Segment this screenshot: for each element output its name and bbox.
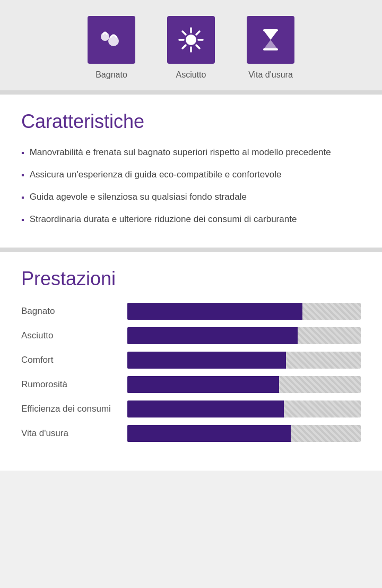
bar-label-1: Asciutto [21,330,127,341]
bar-track-1 [127,327,361,344]
bar-label-4: Efficienza dei consumi [21,404,127,414]
svg-line-10 [183,45,186,48]
bar-fill-2 [127,352,286,369]
icon-item-vita-usura: Vita d'usura [247,16,294,80]
feature-item-2: Guida agevole e silenziosa su qualsiasi … [21,190,361,204]
prestazioni-title: Prestazioni [21,268,361,290]
bar-row-5: Vita d'usura [21,425,361,442]
caratteristiche-title: Caratteristiche [21,110,361,133]
bar-track-3 [127,376,361,393]
icon-item-bagnato: Bagnato [88,16,135,80]
caratteristiche-section: Caratteristiche Manovrabilità e frenata … [0,95,382,248]
svg-rect-12 [263,48,278,50]
icon-item-asciutto: Asciutto [167,16,215,80]
svg-rect-11 [263,29,278,31]
svg-line-8 [196,45,199,48]
bar-track-2 [127,352,361,369]
bar-fill-0 [127,303,302,320]
bar-row-1: Asciutto [21,327,361,344]
icon-box-bagnato [88,16,135,64]
bar-chart: BagnatoAsciuttoComfortRumorositàEfficien… [21,303,361,442]
svg-point-2 [186,35,196,45]
icon-box-vita-usura [247,16,294,64]
icon-label-vita-usura: Vita d'usura [248,70,293,80]
bar-row-4: Efficienza dei consumi [21,400,361,417]
feature-item-3: Straordinaria durata e ulteriore riduzio… [21,212,361,226]
separator-2 [0,248,382,252]
bar-label-2: Comfort [21,355,127,365]
separator-1 [0,90,382,95]
icons-section: Bagnato Asciutto Vita d'usura [0,0,382,90]
bar-label-0: Bagnato [21,306,127,317]
bar-label-3: Rumorosità [21,379,127,390]
prestazioni-section: Prestazioni BagnatoAsciuttoComfortRumoro… [0,252,382,471]
bar-track-5 [127,425,361,442]
bar-fill-5 [127,425,291,442]
svg-line-7 [183,31,186,35]
feature-list: Manovrabilità e frenata sul bagnato supe… [21,146,361,226]
icon-label-asciutto: Asciutto [176,70,206,80]
bar-row-3: Rumorosità [21,376,361,393]
svg-line-9 [196,31,199,35]
bar-fill-1 [127,327,298,344]
svg-point-0 [101,32,109,41]
icon-box-asciutto [167,16,215,64]
bar-label-5: Vita d'usura [21,428,127,439]
bar-track-0 [127,303,361,320]
feature-item-1: Assicura un'esperienza di guida eco-comp… [21,168,361,182]
feature-item-0: Manovrabilità e frenata sul bagnato supe… [21,146,361,159]
bar-row-2: Comfort [21,352,361,369]
bar-fill-4 [127,400,284,417]
icon-label-bagnato: Bagnato [96,70,127,80]
bar-row-0: Bagnato [21,303,361,320]
bar-fill-3 [127,376,279,393]
bar-track-4 [127,400,361,417]
